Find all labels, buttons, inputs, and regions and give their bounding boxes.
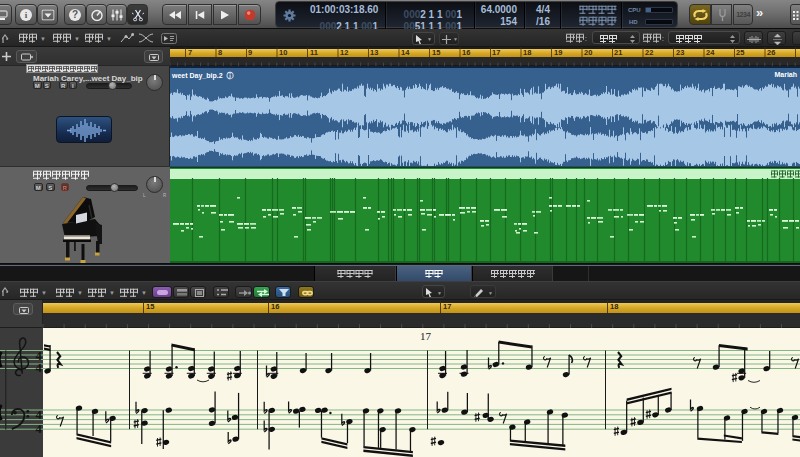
svg-text:4: 4	[35, 422, 42, 436]
svg-text:4: 4	[35, 408, 42, 422]
svg-text:4: 4	[35, 361, 42, 375]
svg-text:17: 17	[420, 330, 432, 342]
